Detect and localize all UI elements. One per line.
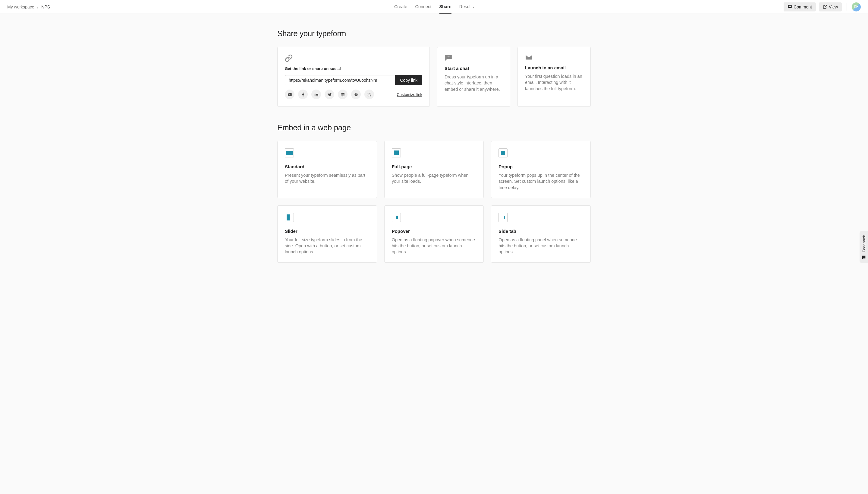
tab-create[interactable]: Create (394, 0, 408, 14)
nav-tabs: Create Connect Share Results (394, 0, 474, 14)
embed-standard-icon (285, 148, 294, 157)
embed-popover-card[interactable]: Popover Open as a floating popover when … (384, 205, 484, 263)
qr-icon[interactable] (364, 90, 374, 99)
breadcrumb: My workspace / NPS (7, 4, 50, 10)
external-link-icon (823, 4, 827, 9)
comment-icon (788, 4, 792, 9)
embed-desc: Your full-size typeform slides in from t… (285, 237, 370, 255)
facebook-icon[interactable] (298, 90, 308, 99)
envelope-icon (525, 54, 583, 60)
embed-fullpage-icon (392, 148, 401, 157)
chat-desc: Dress your typeform up in a chat-style i… (445, 74, 503, 92)
svg-point-2 (449, 56, 450, 57)
comment-label: Comment (793, 4, 812, 10)
buffer-icon[interactable] (338, 90, 348, 99)
embed-title: Popover (392, 229, 476, 234)
embed-desc: Open as a floating panel when someone hi… (498, 237, 583, 255)
embed-section-title: Embed in a web page (277, 123, 591, 132)
embed-title: Side tab (498, 229, 583, 234)
email-icon[interactable] (285, 90, 294, 99)
embed-title: Full-page (392, 164, 476, 169)
comment-button[interactable]: Comment (784, 2, 816, 12)
link-subtitle: Get the link or share on social (285, 66, 422, 71)
feedback-label: Feedback (862, 235, 866, 252)
embed-slider-card[interactable]: Slider Your full-size typeform slides in… (277, 205, 377, 263)
header: My workspace / NPS Create Connect Share … (0, 0, 868, 14)
linkedin-icon[interactable] (311, 90, 321, 99)
social-icons (285, 90, 374, 99)
view-label: View (829, 4, 838, 10)
chat-title: Start a chat (445, 66, 503, 71)
chat-icon (445, 54, 503, 61)
tab-results[interactable]: Results (459, 0, 474, 14)
header-actions: Comment View RH (784, 2, 861, 12)
embed-desc: Present your typeform seamlessly as part… (285, 172, 370, 185)
avatar[interactable]: RH (852, 2, 861, 12)
breadcrumb-current[interactable]: NPS (41, 4, 50, 10)
share-section-title: Share your typeform (277, 29, 591, 38)
embed-popup-card[interactable]: Popup Your typeform pops up in the cente… (491, 141, 591, 198)
tab-connect[interactable]: Connect (415, 0, 431, 14)
embed-fullpage-card[interactable]: Full-page Show people a full-page typefo… (384, 141, 484, 198)
link-icon (285, 54, 422, 62)
embed-popup-icon (498, 148, 508, 157)
code-icon[interactable] (351, 90, 361, 99)
embed-title: Slider (285, 229, 370, 234)
email-card[interactable]: Launch in an email Your first question l… (517, 47, 591, 107)
embed-popover-icon (392, 213, 401, 222)
embed-title: Standard (285, 164, 370, 169)
share-row: Get the link or share on social Copy lin… (277, 47, 591, 107)
twitter-icon[interactable] (324, 90, 334, 99)
link-row: Copy link (285, 75, 422, 86)
embed-sidetab-icon (498, 213, 508, 222)
breadcrumb-workspace[interactable]: My workspace (7, 4, 34, 10)
email-desc: Your first question loads in an email. I… (525, 73, 583, 92)
embed-grid: Standard Present your typeform seamlessl… (277, 141, 591, 263)
tab-share[interactable]: Share (439, 0, 451, 14)
social-row: Customize link (285, 90, 422, 99)
header-divider (847, 3, 847, 11)
embed-sidetab-card[interactable]: Side tab Open as a floating panel when s… (491, 205, 591, 263)
embed-desc: Open as a floating popover when someone … (392, 237, 476, 255)
email-title: Launch in an email (525, 65, 583, 70)
embed-desc: Your typeform pops up in the center of t… (498, 172, 583, 191)
svg-point-0 (447, 56, 448, 57)
svg-point-1 (448, 56, 449, 57)
link-card: Get the link or share on social Copy lin… (277, 47, 430, 107)
embed-standard-card[interactable]: Standard Present your typeform seamlessl… (277, 141, 377, 198)
feedback-icon (861, 255, 866, 260)
copy-link-button[interactable]: Copy link (395, 75, 422, 86)
embed-slider-icon (285, 213, 294, 222)
chat-card[interactable]: Start a chat Dress your typeform up in a… (437, 47, 510, 107)
embed-title: Popup (498, 164, 583, 169)
breadcrumb-separator: / (37, 4, 38, 10)
customize-link[interactable]: Customize link (397, 92, 422, 97)
feedback-tab[interactable]: Feedback (860, 231, 868, 263)
embed-desc: Show people a full-page typeform when yo… (392, 172, 476, 185)
share-url-input[interactable] (285, 75, 395, 86)
main-content: Share your typeform Get the link or shar… (277, 14, 591, 275)
view-button[interactable]: View (819, 2, 842, 12)
